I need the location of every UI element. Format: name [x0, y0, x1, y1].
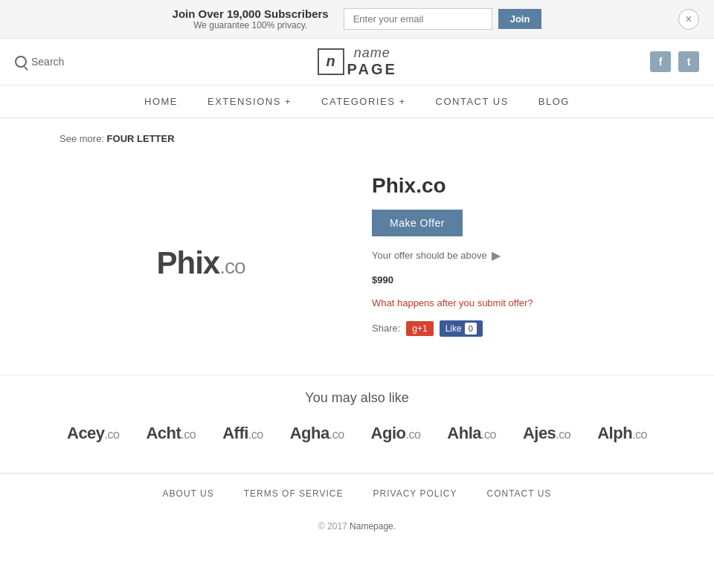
similar-domain-3[interactable]: Agha.co — [290, 424, 344, 443]
domain-logo-large: Phix.co — [156, 245, 245, 281]
copyright-brand[interactable]: Namepage. — [350, 521, 396, 532]
footer-copyright: © 2017 Namepage. — [0, 514, 714, 546]
logo-area: n name PAGE — [318, 46, 397, 77]
footer-terms[interactable]: TERMS OF SERVICE — [244, 488, 344, 499]
join-button[interactable]: Join — [498, 9, 542, 29]
similar-tld-2: .co — [248, 428, 263, 441]
similar-domain-6[interactable]: Ajes.co — [523, 424, 570, 443]
similar-domain-0[interactable]: Acey.co — [67, 424, 119, 443]
top-banner: Join Over 19,000 Subscribers We guarante… — [0, 0, 714, 39]
make-offer-button[interactable]: Make Offer — [372, 210, 463, 236]
similar-tld-6: .co — [556, 428, 570, 441]
domain-name-display: Phix — [156, 245, 219, 280]
logo-icon-box: n — [318, 48, 344, 75]
nav-item-contact[interactable]: CONTACT US — [436, 96, 509, 107]
similar-title: You may also like — [60, 390, 654, 406]
google-plus-button[interactable]: g+1 — [406, 321, 433, 336]
similar-domain-2[interactable]: Affi.co — [222, 424, 263, 443]
share-label: Share: — [372, 323, 400, 334]
domain-preview: Phix.co — [60, 167, 342, 360]
fb-like-count: 0 — [465, 323, 477, 335]
logo-icon: n — [326, 53, 335, 70]
similar-tld-1: .co — [181, 428, 196, 441]
fb-like-label: Like — [446, 323, 462, 334]
twitter-icon[interactable]: t — [678, 51, 699, 72]
header: Search n name PAGE f t — [0, 39, 714, 85]
breadcrumb: See more: FOUR LETTER — [0, 118, 714, 152]
breadcrumb-see-more: See more: — [60, 133, 104, 144]
arrow-icon: ▶ — [492, 248, 501, 262]
footer-about[interactable]: ABOUT US — [163, 488, 214, 499]
main-nav: HOME EXTENSIONS + CATEGORIES + CONTACT U… — [0, 85, 714, 118]
email-input[interactable] — [344, 8, 492, 30]
search-area[interactable]: Search — [15, 56, 64, 68]
nav-item-home[interactable]: HOME — [144, 96, 178, 107]
nav-item-categories[interactable]: CATEGORIES + — [321, 96, 405, 107]
footer: ABOUT US TERMS OF SERVICE PRIVACY POLICY… — [0, 473, 714, 514]
similar-section: You may also like Acey.co Acht.co Affi.c… — [0, 375, 714, 458]
logo-text: name PAGE — [347, 46, 397, 77]
nav-item-extensions[interactable]: EXTENSIONS + — [208, 96, 292, 107]
search-label: Search — [31, 56, 64, 68]
banner-title: Join Over 19,000 Subscribers — [173, 7, 329, 20]
main-content: Phix.co Phix.co Make Offer Your offer sh… — [0, 152, 714, 375]
close-button[interactable]: × — [678, 9, 699, 30]
similar-tld-3: .co — [329, 428, 344, 441]
social-area: f t — [650, 51, 699, 72]
breadcrumb-category-link[interactable]: FOUR LETTER — [107, 133, 175, 144]
logo[interactable]: n name PAGE — [318, 46, 397, 77]
similar-domains-list: Acey.co Acht.co Affi.co Agha.co Agio.co … — [60, 424, 654, 443]
banner-subtitle: We guarantee 100% privacy. — [173, 20, 329, 30]
offer-info: Your offer should be above ▶ — [372, 248, 654, 262]
facebook-icon[interactable]: f — [650, 51, 671, 72]
similar-tld-0: .co — [105, 428, 120, 441]
domain-suffix-display: .co — [219, 255, 245, 278]
similar-domain-1[interactable]: Acht.co — [146, 424, 196, 443]
footer-privacy[interactable]: PRIVACY POLICY — [373, 488, 457, 499]
banner-form: Join — [344, 8, 542, 30]
copyright-year: © 2017 — [318, 521, 347, 532]
facebook-like-button[interactable]: Like 0 — [440, 320, 483, 337]
footer-contact[interactable]: CONTACT US — [486, 488, 551, 499]
logo-page: PAGE — [347, 61, 397, 77]
similar-domain-5[interactable]: Ahla.co — [447, 424, 496, 443]
similar-tld-7: .co — [632, 428, 647, 441]
logo-name: name — [347, 46, 397, 61]
similar-tld-5: .co — [481, 428, 496, 441]
offer-price: $990 — [372, 274, 654, 285]
domain-info: Phix.co Make Offer Your offer should be … — [372, 167, 654, 360]
similar-domain-4[interactable]: Agio.co — [371, 424, 421, 443]
nav-item-blog[interactable]: BLOG — [538, 96, 570, 107]
similar-tld-4: .co — [405, 428, 420, 441]
share-row: Share: g+1 Like 0 — [372, 320, 654, 337]
banner-text: Join Over 19,000 Subscribers We guarante… — [173, 7, 329, 30]
offer-info-text: Your offer should be above — [372, 250, 487, 261]
search-icon — [15, 56, 27, 68]
similar-domain-7[interactable]: Alph.co — [597, 424, 647, 443]
what-happens-link[interactable]: What happens after you submit offer? — [372, 297, 654, 308]
domain-title: Phix.co — [372, 174, 654, 198]
